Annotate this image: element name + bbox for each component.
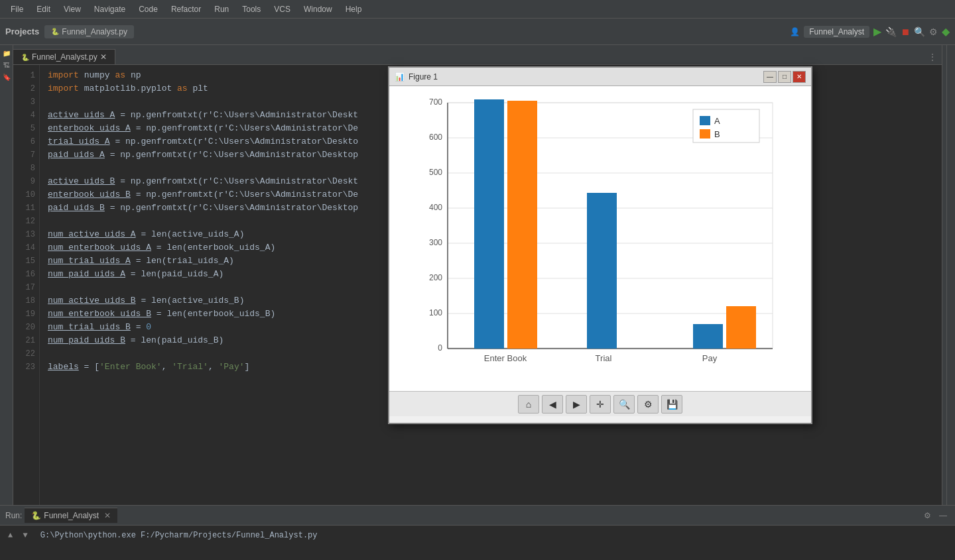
run-label: Run: [5, 511, 22, 520]
collapse-run-icon[interactable]: — [936, 510, 950, 522]
run-icon: 🐍 [31, 511, 41, 520]
menu-item-tools[interactable]: Tools [237, 3, 266, 15]
figure-window[interactable]: 📊 Figure 1 — □ ✕ [388, 66, 812, 424]
menu-item-vcs[interactable]: VCS [269, 3, 296, 15]
run-panel: Run: 🐍 Funnel_Analyst ✕ ⚙ — ▲ ▼ G:\Pytho… [0, 505, 955, 560]
svg-text:600: 600 [429, 133, 442, 142]
close-run-icon[interactable]: ✕ [104, 511, 111, 520]
run-config-label: Funnel_Analyst [804, 26, 869, 38]
up-arrow-icon[interactable]: ▲ [8, 531, 13, 540]
bookmark-icon[interactable]: 🔖 [1, 72, 12, 82]
menu-bar: File Edit View Navigate Code Refactor Ru… [0, 0, 955, 19]
save-figure-button[interactable]: 💾 [661, 395, 682, 414]
menu-item-help[interactable]: Help [340, 3, 367, 15]
run-output-line: ▲ ▼ G:\Python\python.exe F:/Pycharm/Proj… [8, 530, 947, 541]
back-button[interactable]: ◀ [542, 395, 563, 414]
figure-window-controls: — □ ✕ [763, 71, 806, 83]
file-breadcrumb: 🐍 Funnel_Analyst.py [44, 25, 134, 38]
svg-text:Pay: Pay [702, 353, 718, 363]
run-output-text: G:\Python\python.exe F:/Pycharm/Projects… [40, 531, 318, 540]
settings-icon[interactable]: ⚙ [929, 27, 938, 37]
structure-icon[interactable]: 🏗 [1, 60, 12, 70]
svg-text:0: 0 [438, 343, 442, 353]
svg-text:500: 500 [429, 168, 442, 177]
maximize-button[interactable]: □ [778, 71, 791, 83]
figure-toolbar: ⌂ ◀ ▶ ✛ 🔍 ⚙ 💾 [389, 391, 811, 416]
svg-rect-30 [700, 129, 710, 139]
menu-item-run[interactable]: Run [209, 3, 234, 15]
down-arrow-icon[interactable]: ▼ [23, 531, 27, 540]
left-sidebar: 📁 🏗 🔖 [0, 45, 13, 505]
figure-title: Figure 1 [409, 72, 438, 82]
minimize-button[interactable]: — [763, 71, 777, 83]
main-content: 📁 🏗 🔖 🐍 Funnel_Analyst.py ✕ ⋮ 1 2 3 4 5 … [0, 45, 955, 505]
zoom-button[interactable]: 🔍 [613, 395, 635, 414]
toolbar: Projects 🐍 Funnel_Analyst.py 👤 Funnel_An… [0, 19, 955, 45]
run-controls: ⚙ — [921, 510, 950, 522]
svg-text:700: 700 [429, 97, 442, 107]
editor-tab-label: Funnel_Analyst.py [32, 52, 97, 62]
close-button[interactable]: ✕ [793, 71, 806, 83]
svg-text:A: A [714, 116, 720, 126]
figure-titlebar: 📊 Figure 1 — □ ✕ [389, 68, 811, 86]
file-name-label: Funnel_Analyst.py [62, 27, 127, 36]
settings-run-icon[interactable]: ⚙ [921, 510, 934, 522]
svg-text:400: 400 [429, 203, 442, 212]
menu-item-file[interactable]: File [5, 3, 29, 15]
right-sidebar [942, 45, 955, 505]
svg-text:Enter Book: Enter Book [484, 353, 527, 363]
svg-rect-21 [587, 193, 617, 349]
project-sidebar-icon[interactable]: 📁 [1, 48, 12, 58]
svg-rect-28 [700, 116, 710, 125]
figure-chart-area: 0 100 200 300 400 500 600 700 [389, 86, 811, 391]
pan-button[interactable]: ✛ [590, 395, 611, 414]
figure-icon: 📊 [395, 72, 405, 82]
menu-item-navigate[interactable]: Navigate [89, 3, 131, 15]
svg-text:Trial: Trial [596, 353, 612, 363]
editor-tab-funnel[interactable]: 🐍 Funnel_Analyst.py ✕ [13, 49, 115, 64]
logo-icon: ◆ [942, 25, 950, 38]
home-button[interactable]: ⌂ [518, 395, 539, 414]
editor-area: 🐍 Funnel_Analyst.py ✕ ⋮ 1 2 3 4 5 6 7 8 … [13, 45, 942, 505]
tab-options-icon[interactable]: ⋮ [923, 50, 942, 64]
project-label: Projects [5, 27, 39, 36]
bar-chart: 0 100 200 300 400 500 600 700 [408, 96, 793, 381]
close-tab-icon[interactable]: ✕ [100, 52, 107, 62]
py-file-icon: 🐍 [21, 54, 29, 61]
menu-item-refactor[interactable]: Refactor [166, 3, 206, 15]
search-icon[interactable]: 🔍 [914, 27, 925, 37]
svg-text:B: B [714, 129, 720, 139]
svg-rect-22 [693, 324, 723, 349]
plugin-icon[interactable]: 🔌 [885, 27, 897, 37]
run-tabs: Run: 🐍 Funnel_Analyst ✕ ⚙ — [0, 506, 955, 526]
editor-tabs: 🐍 Funnel_Analyst.py ✕ ⋮ [13, 45, 942, 65]
svg-text:300: 300 [429, 238, 442, 247]
menu-item-view[interactable]: View [58, 3, 86, 15]
svg-text:200: 200 [429, 273, 442, 282]
stop-icon[interactable]: ⏹ [901, 27, 910, 37]
user-icon: 👤 [790, 27, 800, 36]
forward-button[interactable]: ▶ [566, 395, 587, 414]
run-output: ▲ ▼ G:\Python\python.exe F:/Pycharm/Proj… [0, 526, 955, 545]
configure-button[interactable]: ⚙ [637, 395, 659, 414]
run-button[interactable]: ▶ [873, 25, 881, 38]
menu-item-code[interactable]: Code [133, 3, 163, 15]
svg-rect-19 [474, 99, 504, 349]
svg-rect-23 [726, 306, 756, 349]
py-icon: 🐍 [51, 28, 59, 35]
menu-item-edit[interactable]: Edit [31, 3, 56, 15]
svg-rect-20 [507, 101, 537, 349]
run-tab-name: Funnel_Analyst [44, 511, 99, 520]
menu-item-window[interactable]: Window [298, 3, 338, 15]
svg-text:100: 100 [429, 308, 442, 317]
line-numbers: 1 2 3 4 5 6 7 8 9 10 11 12 13 14 15 16 1… [13, 65, 40, 505]
run-tab-item[interactable]: 🐍 Funnel_Analyst ✕ [25, 508, 117, 523]
